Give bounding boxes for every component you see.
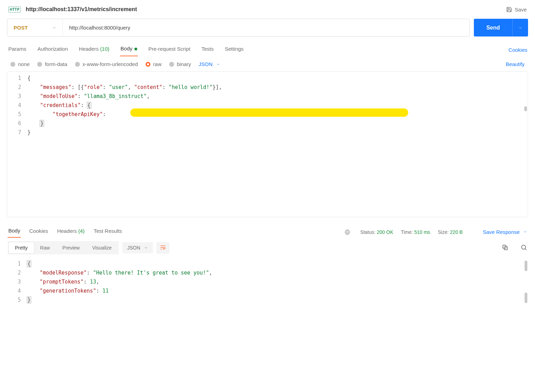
code-token: "role": [84, 84, 103, 90]
body-type-urlenc-label: x-www-form-urlencoded: [83, 61, 138, 67]
response-format-label: JSON: [127, 245, 140, 251]
raw-subtype-label: JSON: [199, 61, 213, 67]
body-type-none[interactable]: none: [10, 61, 30, 67]
response-tab-test-results[interactable]: Test Results: [93, 227, 123, 237]
code-token: "content": [134, 84, 162, 90]
chevron-down-icon: [52, 26, 56, 30]
code-token: 13: [90, 279, 96, 285]
response-tab-headers-count: (4): [78, 228, 84, 234]
code-token: "messages": [40, 84, 71, 90]
url-input[interactable]: [63, 19, 469, 36]
search-response-button[interactable]: [520, 244, 527, 252]
response-tab-headers[interactable]: Headers (4): [56, 227, 85, 237]
save-response-button[interactable]: Save Response: [483, 229, 527, 235]
response-tab-cookies[interactable]: Cookies: [28, 227, 49, 237]
save-label: Save: [515, 7, 527, 13]
tab-settings[interactable]: Settings: [224, 44, 244, 56]
svg-line-6: [525, 248, 527, 250]
globe-icon[interactable]: [344, 229, 351, 235]
body-type-raw[interactable]: raw: [146, 61, 162, 67]
body-type-form-label: form-data: [45, 61, 67, 67]
code-token: "modelResponse": [40, 270, 87, 276]
tab-body[interactable]: Body: [120, 43, 138, 56]
view-visualize[interactable]: Visualize: [86, 242, 118, 253]
tab-headers-label: Headers: [79, 46, 99, 52]
body-type-none-label: none: [18, 61, 30, 67]
chevron-down-icon: [518, 26, 522, 30]
search-icon: [520, 244, 527, 251]
view-pretty[interactable]: Pretty: [9, 242, 34, 253]
send-dropdown[interactable]: [512, 19, 528, 36]
svg-point-5: [521, 245, 526, 249]
code-token: "generationTokens": [40, 288, 96, 294]
response-scrollbar[interactable]: [525, 293, 527, 303]
view-raw[interactable]: Raw: [34, 242, 56, 253]
code-token: "llama3_8b_instruct": [84, 93, 147, 99]
wrap-icon: [160, 245, 166, 250]
code-token: "modelToUse": [40, 93, 77, 99]
response-body-viewer[interactable]: 1{ 2 "modelResponse": "Hello there! It's…: [7, 258, 528, 355]
body-type-raw-label: raw: [153, 61, 162, 67]
chevron-down-icon: [523, 230, 527, 234]
save-icon: [506, 7, 512, 13]
body-type-binary[interactable]: binary: [169, 61, 191, 67]
tab-tests[interactable]: Tests: [201, 44, 214, 56]
request-title: http://localhost:1337/v1/metrics/increme…: [26, 6, 137, 13]
request-body-editor[interactable]: 1{ 2 "messages": [{"role": "user", "cont…: [7, 71, 528, 217]
tab-headers-count: (10): [100, 46, 109, 52]
beautify-link[interactable]: Beautify: [506, 61, 525, 67]
tab-headers[interactable]: Headers (10): [78, 44, 110, 56]
view-preview[interactable]: Preview: [56, 242, 86, 253]
body-type-form-data[interactable]: form-data: [37, 61, 67, 67]
time-meta: Time: 510 ms: [401, 229, 430, 235]
code-token: "credentials": [40, 102, 81, 108]
send-button[interactable]: Send: [474, 19, 512, 36]
copy-response-button[interactable]: [502, 244, 509, 252]
response-tab-headers-label: Headers: [57, 228, 77, 234]
copy-icon: [502, 244, 509, 251]
code-token: }: [27, 129, 31, 136]
cookies-link[interactable]: Cookies: [509, 47, 527, 53]
status-meta: Status: 200 OK: [360, 229, 393, 235]
code-token: "user": [109, 84, 128, 90]
response-format-select[interactable]: JSON: [122, 242, 153, 253]
tab-params[interactable]: Params: [8, 44, 27, 56]
response-tab-body[interactable]: Body: [8, 226, 21, 238]
code-token: {: [27, 75, 31, 81]
code-token: "hello world!": [168, 84, 212, 90]
code-token: 11: [102, 288, 109, 294]
save-button[interactable]: Save: [506, 7, 527, 13]
body-type-urlencoded[interactable]: x-www-form-urlencoded: [75, 61, 138, 67]
response-scrollbar[interactable]: [525, 261, 527, 271]
code-token: "Hello there! It's great to see you!": [93, 270, 209, 276]
chevron-down-icon: [144, 246, 148, 250]
editor-scrollbar[interactable]: [524, 106, 527, 111]
code-token: "promptTokens": [40, 279, 83, 285]
method-select[interactable]: POST: [7, 19, 63, 36]
response-view-segment: Pretty Raw Preview Visualize: [8, 241, 119, 254]
body-type-binary-label: binary: [177, 61, 191, 67]
code-token: "togetherApiKey": [52, 111, 103, 117]
size-meta: Size: 220 B: [438, 229, 463, 235]
http-badge-icon: HTTP: [8, 7, 21, 13]
tab-authorization[interactable]: Authorization: [37, 44, 69, 56]
chevron-down-icon: [216, 62, 220, 66]
method-value: POST: [14, 25, 28, 31]
tab-prerequest[interactable]: Pre-request Script: [148, 44, 191, 56]
wrap-lines-button[interactable]: [156, 242, 170, 254]
raw-subtype-select[interactable]: JSON: [199, 61, 220, 67]
